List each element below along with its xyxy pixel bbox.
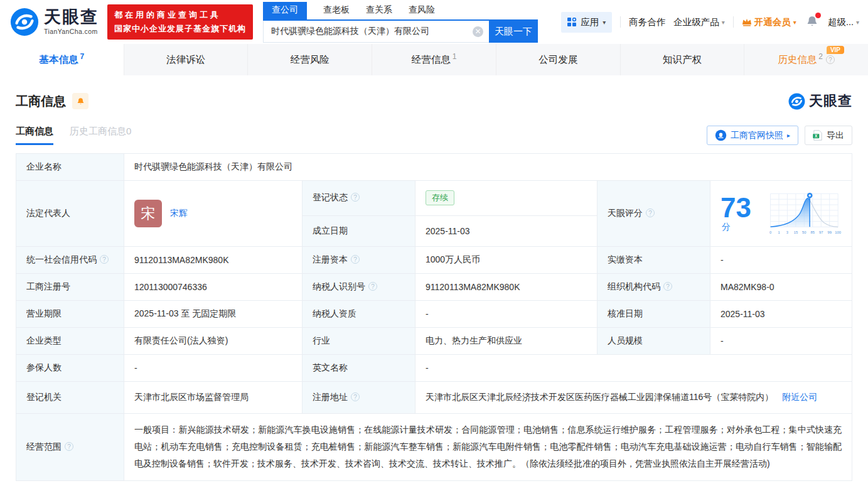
official-snapshot-button[interactable]: 工商官网快照 ▸ [707,126,798,145]
export-button[interactable]: X 导出 [805,126,852,145]
apps-grid-icon [567,18,577,27]
company-name-value: 时代骐骥绿色能源科技（天津）有限公司 [124,154,852,181]
vip-badge: VIP [827,46,844,54]
field-label: 统一社会信用代码? [16,247,124,274]
field-label: 注册地址? [303,382,415,414]
logo-text: 天眼查 TianYanCha.com [44,9,99,35]
score-cell[interactable]: 73分 [710,181,852,247]
org-code-value: MA82MK98-0 [710,274,852,301]
logo-brand-text: 天眼查 [44,9,99,26]
reg-capital-value: 1000万人民币 [415,247,597,274]
score-unit: 分 [722,222,731,232]
nav-super-label: 超级... [828,16,854,28]
svg-text:99: 99 [828,230,832,234]
watermark-text: 天眼查 [809,92,852,111]
chevron-down-icon: ▾ [856,19,859,26]
legal-rep-cell: 宋 宋辉 [124,181,303,247]
table-row: 参保人数 - 英文名称 - [16,355,852,382]
svg-text:X: X [815,134,818,138]
table-row: 登记机关 天津市北辰区市场监督管理局 注册地址? 天津市北辰区天津北辰经济技术开… [16,382,852,414]
taxpayer-quality-value: - [415,301,597,328]
search-input[interactable] [263,21,489,43]
notification-bell-icon[interactable] [806,14,818,30]
business-scope-value: 一般项目：新兴能源技术研发；新能源汽车换电设施销售；在线能源计量技术研发；合同能… [124,413,852,480]
search-tab-company[interactable]: 查公司 [263,2,307,19]
field-label: 登记机关 [16,382,124,414]
paid-capital-value: - [710,247,852,274]
tab-history-info[interactable]: VIP 历史信息 2 ? [744,44,868,75]
business-scope-text: 一般项目：新兴能源技术研发；新能源汽车换电设施销售；在线能源计量技术研发；合同能… [134,421,842,473]
tab-label: 知识产权 [663,53,702,67]
tab-operating-info[interactable]: 经营信息 1 [372,44,496,75]
search-tab-risk[interactable]: 查风险 [409,2,435,19]
help-icon[interactable]: ? [351,255,360,264]
search-tab-boss[interactable]: 查老板 [323,2,350,19]
svg-text:1: 1 [778,230,780,234]
reg-address-value: 天津市北辰区天津北辰经济技术开发区医药医疗器械工业园津保辅道116号（宝莱特院内… [415,382,852,414]
help-icon[interactable]: ? [351,193,360,202]
score-value: 73分 [721,194,758,233]
open-vip-label: 开通会员 [754,16,791,28]
reg-number-value: 120113000746336 [124,274,303,301]
tianyancha-logo[interactable]: 天眼查 TianYanCha.com [10,8,99,36]
nearby-companies-link[interactable]: 附近公司 [782,392,817,402]
tab-legal-litigation[interactable]: 法律诉讼 [124,44,249,75]
subscribe-bell-button[interactable] [72,93,88,109]
subtab-history-business-info[interactable]: 历史工商信息0 [70,126,131,145]
subtab-business-info[interactable]: 工商信息 [16,126,53,145]
help-icon[interactable]: ? [663,282,672,291]
help-icon[interactable]: ? [65,442,73,451]
tab-intellectual-property[interactable]: 知识产权 [621,44,745,75]
reg-authority-value: 天津市北辰区市场监督管理局 [124,382,303,414]
table-row: 营业期限 2025-11-03 至 无固定期限 纳税人资质 - 核准日期 202… [16,301,852,328]
search-tab-relation[interactable]: 查关系 [366,2,392,19]
field-label: 工商注册号 [16,274,124,301]
help-icon[interactable]: ? [646,208,655,217]
tab-label: 法律诉讼 [166,53,205,67]
nav-super-vip[interactable]: 超级... ▾ [828,16,859,28]
tab-label: 经营信息 [412,53,451,67]
tab-label: 公司发展 [538,53,577,67]
nav-enterprise[interactable]: 企业级产品 ▾ [673,16,725,28]
field-label: 登记状态? [303,181,415,216]
nav-open-vip[interactable]: 开通会员 ▾ [742,16,796,28]
svg-text:100: 100 [835,230,842,234]
tab-operating-risk[interactable]: 经营风险 [248,44,372,75]
tab-company-development[interactable]: 公司发展 [496,44,621,75]
action-buttons: 工商官网快照 ▸ X 导出 [707,126,852,145]
legal-rep-link[interactable]: 宋辉 [170,208,188,219]
help-icon[interactable]: ? [351,392,360,401]
field-label: 参保人数 [16,355,124,382]
arrow-right-icon: ▸ [787,132,790,139]
reg-status-value: 存续 [415,181,597,216]
company-type-value: 有限责任公司(法人独资) [124,328,303,355]
legal-rep-avatar[interactable]: 宋 [134,200,162,227]
company-tab-bar: 基本信息 7 法律诉讼 经营风险 经营信息 1 公司发展 知识产权 VIP 历史… [0,44,868,75]
score-label: 天眼评分 [608,208,643,218]
business-info-table: 企业名称 时代骐骥绿色能源科技（天津）有限公司 法定代表人 宋 宋辉 登记状态?… [16,153,852,481]
tab-basic-info[interactable]: 基本信息 7 [0,44,124,75]
field-label: 经营范围? [16,413,124,480]
score-number: 73 [721,192,751,223]
svg-text:85: 85 [811,230,815,234]
section-header: 工商信息 天眼查 [16,92,852,111]
stamp-icon [715,129,727,141]
approval-date-value: 2025-11-03 [710,301,852,328]
crown-icon [742,18,752,26]
table-row: 企业类型 有限责任公司(法人独资) 行业 电力、热力生产和供应业 人员规模 - [16,328,852,355]
search-button[interactable]: 天眼一下 [489,21,538,43]
apps-menu[interactable]: 应用 ▾ [561,12,612,33]
reg-status-label: 登记状态 [313,192,348,202]
divider [733,16,734,28]
help-icon[interactable]: ? [368,282,377,291]
field-label: 注册资本? [303,247,415,274]
snapshot-label: 工商官网快照 [731,130,783,141]
subtab-row: 工商信息 历史工商信息0 工商官网快照 ▸ X 导出 [16,126,852,145]
question-circle-icon[interactable]: ? [826,55,835,64]
nav-business-coop[interactable]: 商务合作 [629,16,665,28]
search-area: 查公司 查老板 查关系 查风险 ✕ 天眼一下 [263,2,538,43]
clear-icon[interactable]: ✕ [473,26,483,37]
svg-text:97: 97 [819,230,823,234]
help-icon[interactable]: ? [100,255,109,264]
chevron-down-icon: ▾ [722,19,725,26]
